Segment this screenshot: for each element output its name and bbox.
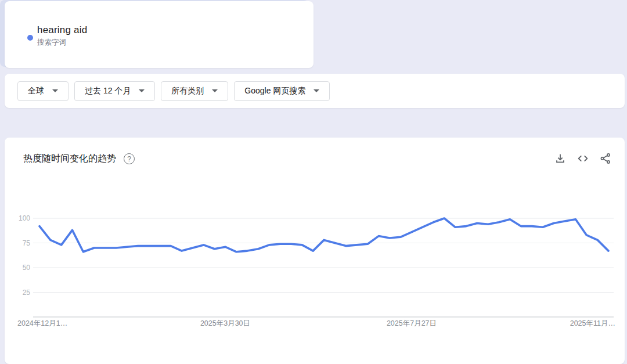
filter-bar: 全球 过去 12 个月 所有类别 Google 网页搜索: [5, 74, 625, 108]
interest-over-time-card: 热度随时间变化的趋势 ?: [5, 138, 625, 364]
trend-line: [39, 218, 608, 252]
y-tick-label: 75: [23, 239, 31, 247]
y-tick-label: 50: [23, 264, 31, 272]
geo-filter-dropdown[interactable]: 全球: [17, 81, 69, 101]
chevron-down-icon: [314, 89, 319, 92]
geo-filter-label: 全球: [28, 86, 44, 96]
x-tick-label: 2024年12月1…: [17, 319, 67, 327]
chevron-down-icon: [139, 89, 145, 92]
category-filter-label: 所有类别: [171, 86, 204, 96]
y-tick-label: 100: [19, 214, 30, 222]
x-tick-label: 2025年7月27日: [387, 319, 437, 327]
search-term-card[interactable]: hearing aid 搜索字词: [5, 1, 314, 68]
category-filter-dropdown[interactable]: 所有类别: [161, 81, 228, 101]
term-title: hearing aid: [37, 24, 87, 36]
term-color-dot-icon: [27, 35, 33, 41]
trend-chart: 100 75 50 25 2024年12月1… 2025年3月30日 2025年…: [5, 138, 625, 364]
y-tick-label: 25: [23, 289, 31, 297]
time-filter-dropdown[interactable]: 过去 12 个月: [74, 81, 155, 101]
chevron-down-icon: [212, 89, 218, 92]
x-tick-label: 2025年11月…: [570, 319, 615, 327]
search-type-filter-label: Google 网页搜索: [244, 86, 305, 96]
x-tick-label: 2025年3月30日: [200, 319, 250, 327]
term-subtitle: 搜索字词: [37, 38, 66, 48]
time-filter-label: 过去 12 个月: [85, 86, 131, 96]
chevron-down-icon: [52, 89, 58, 92]
search-type-filter-dropdown[interactable]: Google 网页搜索: [234, 81, 330, 101]
